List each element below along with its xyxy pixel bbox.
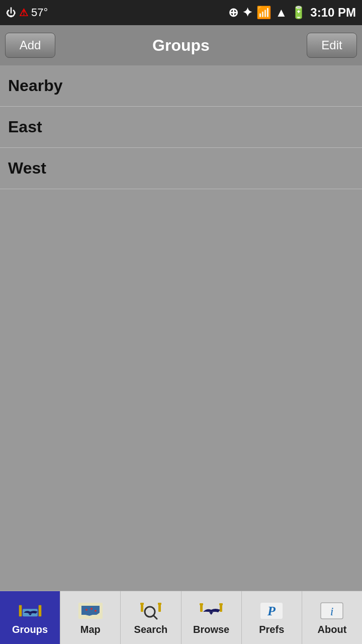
svg-rect-0 [19,607,22,617]
svg-rect-10 [140,603,144,605]
svg-rect-15 [200,605,203,612]
status-right: ⊕ ✦ 📶 ▲ 🔋 3:10 PM [228,6,356,20]
svg-rect-18 [219,603,223,605]
svg-point-8 [95,610,97,612]
warning-icon: ⚠ [19,7,28,19]
bluetooth-icon: ✦ [242,6,252,20]
svg-rect-17 [220,605,222,612]
svg-rect-1 [19,605,22,608]
svg-point-6 [85,609,87,611]
tab-prefs-label: Prefs [259,624,284,635]
svg-rect-11 [158,604,161,612]
tab-map[interactable]: Map [60,591,121,644]
time: 3:10 PM [310,6,356,20]
list-item-nearby[interactable]: Nearby [0,65,362,107]
tab-about[interactable]: i About [302,591,362,644]
tab-search[interactable]: Search [121,591,181,644]
svg-line-14 [153,615,157,619]
edit-button[interactable]: Edit [307,33,357,58]
add-button[interactable]: Add [5,33,55,58]
tab-groups-label: Groups [12,624,48,635]
usb-icon: ⏻ [6,7,16,19]
page-title: Groups [55,36,307,55]
groups-tab-icon [17,600,43,622]
tab-browse[interactable]: Browse [182,591,242,644]
wifi-icon: 📶 [256,6,272,20]
header-toolbar: Add Groups Edit [0,25,362,65]
tab-browse-label: Browse [193,624,229,635]
about-tab-icon: i [319,600,345,622]
svg-text:i: i [330,605,334,618]
svg-rect-2 [38,607,41,617]
list-item-label: West [8,159,46,177]
status-bar: ⏻ ⚠ 57° ⊕ ✦ 📶 ▲ 🔋 3:10 PM [0,0,362,25]
tab-about-label: About [318,624,347,635]
signal-icon: ▲ [276,6,288,20]
cast-icon: ⊕ [228,6,238,20]
list-item-west[interactable]: West [0,148,362,189]
tab-bar: Groups Map [0,591,362,644]
temperature: 57° [31,6,48,19]
svg-rect-9 [141,604,143,612]
browse-tab-icon [198,600,224,622]
svg-text:P: P [267,604,276,618]
tab-map-label: Map [80,624,101,635]
list-item-east[interactable]: East [0,107,362,148]
tab-search-label: Search [134,624,168,635]
list-item-label: East [8,118,42,136]
tab-prefs[interactable]: P Prefs [242,591,302,644]
svg-rect-16 [200,603,203,605]
svg-rect-12 [158,603,161,605]
groups-list: Nearby East West [0,65,362,189]
svg-rect-3 [38,605,41,608]
status-left: ⏻ ⚠ 57° [6,6,48,19]
battery-icon: 🔋 [291,6,306,20]
search-tab-icon [138,600,164,622]
tab-groups[interactable]: Groups [0,591,60,644]
prefs-tab-icon: P [258,600,285,622]
list-item-label: Nearby [8,76,63,95]
map-tab-icon [77,600,104,622]
svg-point-7 [90,608,93,610]
